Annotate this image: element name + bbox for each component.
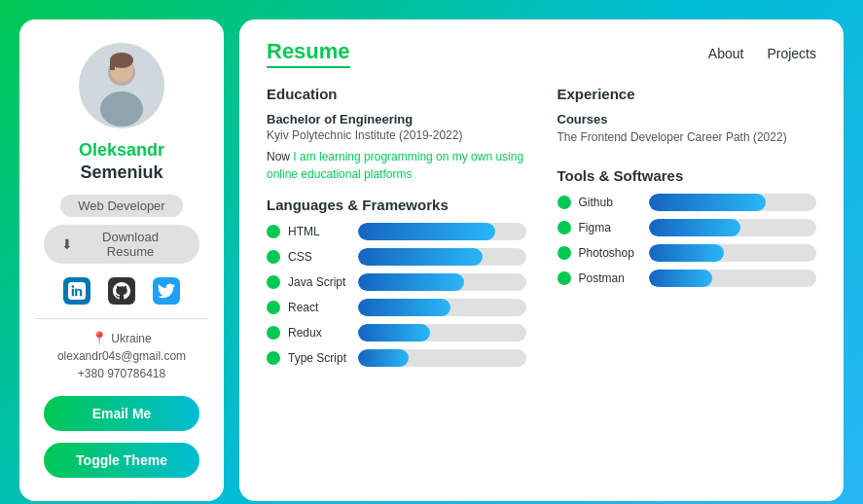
skill-bar-fill [649, 270, 713, 287]
experience-title: Experience [557, 86, 817, 102]
skill-dot [557, 196, 571, 209]
skill-label: HTML [288, 225, 350, 238]
linkedin-icon[interactable] [63, 277, 90, 305]
resume-title: Resume [267, 39, 350, 68]
skill-row: Figma [557, 219, 817, 236]
twitter-icon[interactable] [153, 277, 180, 305]
skill-bar-wrap [358, 248, 526, 266]
courses-val: The Frontend Developer Career Path (2022… [557, 130, 817, 144]
edu-note: Now I am learning programming on my own … [267, 148, 526, 183]
skill-row: Photoshop [557, 244, 817, 262]
skill-bar-wrap [649, 270, 817, 287]
skill-bar-wrap [358, 299, 526, 316]
skill-bar-wrap [358, 349, 526, 367]
first-name: Oleksandr [79, 140, 164, 161]
phone-text: +380 970786418 [78, 367, 165, 380]
location-text: Ukraine [111, 332, 151, 345]
skill-label: Figma [579, 221, 641, 234]
skill-label: Type Script [288, 351, 350, 365]
avatar [79, 43, 164, 128]
tools-title: Tools & Softwares [557, 167, 817, 184]
edu-institution: Kyiv Polytechnic Institute (2019-2022) [267, 128, 526, 142]
download-icon: ⬇ [61, 236, 73, 252]
app-container: Oleksandr Semeniuk Web Developer ⬇ Downl… [19, 19, 844, 501]
skill-label: React [288, 301, 350, 314]
download-resume-button[interactable]: ⬇ Download Resume [44, 225, 199, 264]
last-name: Semeniuk [80, 162, 162, 183]
edu-degree: Bachelor of Engineering [267, 112, 526, 126]
profile-card: Oleksandr Semeniuk Web Developer ⬇ Downl… [19, 19, 224, 501]
location-icon: 📍 [91, 331, 107, 345]
divider [35, 318, 208, 319]
contact-info: 📍 Ukraine olexandr04s@gmail.com +380 970… [57, 331, 186, 380]
skill-dot [557, 271, 571, 285]
svg-rect-5 [110, 60, 115, 70]
skill-dot [557, 246, 571, 260]
skill-row: Redux [267, 324, 526, 342]
role-badge: Web Developer [60, 195, 182, 217]
skill-bar-wrap [358, 223, 526, 240]
tools-section: Tools & Softwares Github Figma Photoshop… [557, 167, 817, 287]
skill-row: Java Script [267, 273, 526, 291]
skill-bar-fill [649, 219, 741, 236]
resume-header: Resume About Projects [267, 39, 816, 68]
skill-label: Postman [579, 271, 641, 285]
skill-row: Github [557, 194, 817, 211]
resume-card: Resume About Projects Education Bachelor… [239, 19, 844, 501]
skill-bar-fill [358, 299, 450, 316]
projects-nav[interactable]: Projects [767, 46, 816, 61]
main-content: Education Bachelor of Engineering Kyiv P… [267, 86, 816, 375]
skill-label: Java Script [288, 275, 350, 289]
skill-bar-fill [358, 349, 409, 367]
skill-row: Type Script [267, 349, 526, 367]
email-text: olexandr04s@gmail.com [57, 349, 186, 363]
toggle-theme-button[interactable]: Toggle Theme [44, 443, 199, 478]
skill-bar-wrap [358, 273, 526, 291]
skill-bar-fill [649, 194, 767, 211]
skill-dot [267, 326, 280, 340]
edu-note-green: I am learning programming on my own usin… [267, 150, 523, 181]
skill-bar-fill [358, 223, 495, 240]
skill-dot [267, 351, 280, 365]
skill-bar-wrap [358, 324, 526, 342]
skill-label: Github [579, 196, 641, 209]
skill-row: Postman [557, 270, 817, 287]
svg-point-2 [100, 91, 143, 126]
tool-skills: Github Figma Photoshop Postman [557, 194, 817, 287]
skill-bar-wrap [649, 194, 817, 211]
right-section: Experience Courses The Frontend Develope… [557, 86, 817, 375]
courses-label: Courses [557, 112, 817, 126]
language-skills: HTML CSS Java Script React Redux [267, 223, 526, 367]
skill-bar-fill [358, 248, 483, 266]
skill-row: React [267, 299, 526, 316]
nav-links: About Projects [708, 46, 816, 61]
skill-bar-wrap [649, 219, 817, 236]
skill-row: CSS [267, 248, 526, 266]
skill-bar-fill [358, 273, 464, 291]
education-title: Education [267, 86, 526, 102]
skill-bar-wrap [649, 244, 817, 262]
skill-label: CSS [288, 250, 350, 264]
skill-dot [267, 301, 280, 314]
languages-title: Languages & Frameworks [267, 197, 526, 213]
skill-dot [557, 221, 571, 234]
skill-bar-fill [649, 244, 725, 262]
skill-dot [267, 275, 280, 289]
skill-label: Redux [288, 326, 350, 340]
email-me-button[interactable]: Email Me [44, 396, 199, 431]
skill-label: Photoshop [579, 246, 641, 260]
about-nav[interactable]: About [708, 46, 744, 61]
skill-row: HTML [267, 223, 526, 240]
left-section: Education Bachelor of Engineering Kyiv P… [267, 86, 526, 375]
skill-dot [267, 225, 280, 238]
social-links [63, 277, 180, 305]
skill-dot [267, 250, 280, 264]
skill-bar-fill [358, 324, 430, 342]
github-icon[interactable] [108, 277, 135, 305]
